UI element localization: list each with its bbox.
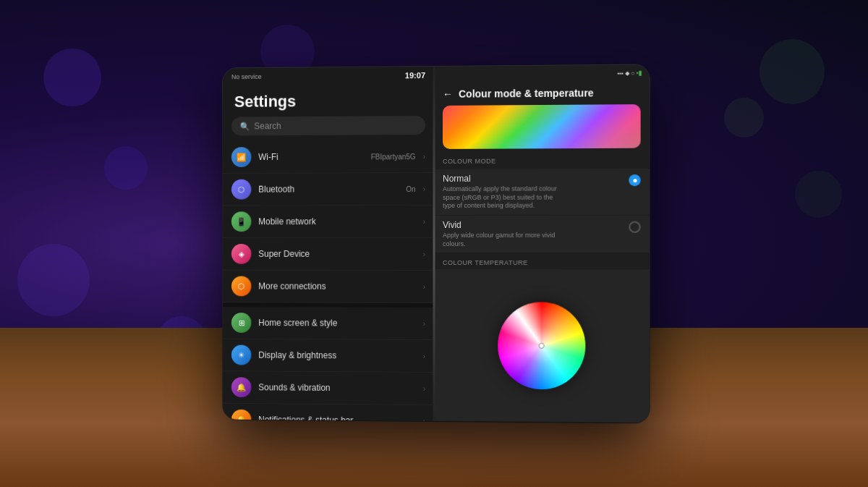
super-device-label: Super Device <box>258 248 415 258</box>
settings-item-sounds[interactable]: 🔔 Sounds & vibration › <box>223 371 434 405</box>
bokeh-3 <box>17 244 90 316</box>
settings-item-more-connections[interactable]: ⬡ More connections › <box>223 270 434 302</box>
colour-temperature-container <box>434 269 650 422</box>
back-button[interactable]: ← <box>443 88 453 99</box>
bluetooth-text: Bluetooth <box>258 184 399 194</box>
status-bar-right: ▪▪▪ ◆ ○ ▪▮ <box>434 64 650 82</box>
search-bar[interactable]: 🔍 Search <box>231 116 425 135</box>
sounds-icon: 🔔 <box>231 377 251 397</box>
super-device-chevron: › <box>423 250 425 258</box>
colour-temp-section-label: COLOUR TEMPERATURE <box>434 253 650 269</box>
wifi-label: Wi-Fi <box>258 151 364 162</box>
settings-item-home-screen[interactable]: ⊞ Home screen & style › <box>223 307 434 340</box>
phone-fold <box>433 66 435 420</box>
colour-wheel-selector <box>538 342 544 348</box>
vivid-radio-button[interactable] <box>629 221 640 232</box>
search-icon: 🔍 <box>240 122 250 131</box>
notifications-chevron: › <box>423 417 425 421</box>
connections-chevron: › <box>423 282 425 290</box>
battery-icon: ▪▮ <box>636 69 642 76</box>
mobile-chevron: › <box>423 217 425 225</box>
notifications-icon: 🔔 <box>231 409 251 420</box>
normal-option-desc: Automatically apply the standard colour … <box>443 185 559 211</box>
colour-option-normal[interactable]: Normal Automatically apply the standard … <box>434 168 650 214</box>
notifications-text: Notifications & status bar <box>258 414 415 420</box>
left-panel: No service 19:07 Settings 🔍 Search 📶 Wi-… <box>223 67 434 421</box>
connections-label: More connections <box>258 281 415 291</box>
settings-item-notifications[interactable]: 🔔 Notifications & status bar › <box>223 403 434 420</box>
wifi-status-icon: ◆ <box>625 69 629 76</box>
mobile-icon: 📱 <box>231 211 251 232</box>
normal-option-name: Normal <box>443 173 629 184</box>
status-bar-left: No service 19:07 <box>223 67 434 85</box>
phone-device: No service 19:07 Settings 🔍 Search 📶 Wi-… <box>223 64 650 423</box>
no-service-label: No service <box>231 72 262 80</box>
settings-item-super-device[interactable]: ◈ Super Device › <box>223 238 434 271</box>
connections-icon: ⬡ <box>231 276 251 296</box>
status-icons: ▪▪▪ ◆ ○ ▪▮ <box>618 69 642 76</box>
bluetooth-label: Bluetooth <box>258 184 399 194</box>
search-placeholder-text: Search <box>254 121 281 131</box>
normal-radio-button[interactable] <box>629 174 640 186</box>
display-text: Display & brightness <box>258 350 415 360</box>
mobile-label: Mobile network <box>258 216 415 226</box>
colour-mode-section-label: COLOUR MODE <box>434 153 650 169</box>
super-device-text: Super Device <box>258 248 415 258</box>
colour-preview-image <box>443 104 641 149</box>
colour-temperature-wheel[interactable] <box>498 301 585 389</box>
time-display: 19:07 <box>405 71 425 80</box>
mobile-text: Mobile network <box>258 216 415 226</box>
display-icon: ☀ <box>231 344 251 365</box>
sounds-text: Sounds & vibration <box>258 382 415 393</box>
settings-item-display[interactable]: ☀ Display & brightness › <box>223 339 434 372</box>
home-screen-chevron: › <box>423 319 425 327</box>
connections-text: More connections <box>258 281 415 291</box>
settings-item-mobile[interactable]: 📱 Mobile network › <box>223 206 434 238</box>
bokeh-2 <box>104 146 148 190</box>
home-screen-text: Home screen & style <box>258 318 415 329</box>
display-label: Display & brightness <box>258 350 415 360</box>
bokeh-8 <box>724 98 764 137</box>
wifi-value: FBIpartyan5G <box>371 152 416 160</box>
colour-option-vivid[interactable]: Vivid Apply wide colour gamut for more v… <box>434 215 650 253</box>
sounds-chevron: › <box>423 384 425 392</box>
sounds-label: Sounds & vibration <box>258 382 415 393</box>
display-chevron: › <box>423 352 425 360</box>
bluetooth-icon: ⬡ <box>231 179 251 199</box>
signal-icon: ▪▪▪ <box>618 69 624 76</box>
bokeh-1 <box>43 48 101 106</box>
settings-title: Settings <box>223 84 434 117</box>
settings-list-group1: 📶 Wi-Fi FBIpartyan5G › ⬡ Bluetooth On › <box>223 140 434 421</box>
right-header: ← Colour mode & temperature <box>434 80 650 105</box>
vivid-option-desc: Apply wide colour gamut for more vivid c… <box>443 231 559 248</box>
wifi-chevron: › <box>423 152 425 160</box>
bluetooth-value: On <box>406 185 415 192</box>
home-screen-icon: ⊞ <box>231 313 251 333</box>
normal-option-text: Normal Automatically apply the standard … <box>443 173 629 211</box>
super-device-icon: ◈ <box>231 244 251 264</box>
bluetooth-chevron: › <box>423 185 425 192</box>
home-screen-label: Home screen & style <box>258 318 415 329</box>
right-panel: ▪▪▪ ◆ ○ ▪▮ ← Colour mode & temperature C… <box>434 64 650 423</box>
bokeh-6 <box>760 39 825 104</box>
vivid-option-name: Vivid <box>443 219 629 229</box>
notifications-label: Notifications & status bar <box>258 414 415 420</box>
bokeh-7 <box>795 171 842 218</box>
settings-item-bluetooth[interactable]: ⬡ Bluetooth On › <box>223 173 434 206</box>
wifi-text: Wi-Fi <box>258 151 364 162</box>
settings-item-wifi[interactable]: 📶 Wi-Fi FBIpartyan5G › <box>223 140 434 174</box>
right-panel-title: Colour mode & temperature <box>459 87 594 99</box>
wifi-icon: 📶 <box>231 147 251 167</box>
alarm-icon: ○ <box>631 69 634 76</box>
vivid-option-text: Vivid Apply wide colour gamut for more v… <box>443 219 629 248</box>
